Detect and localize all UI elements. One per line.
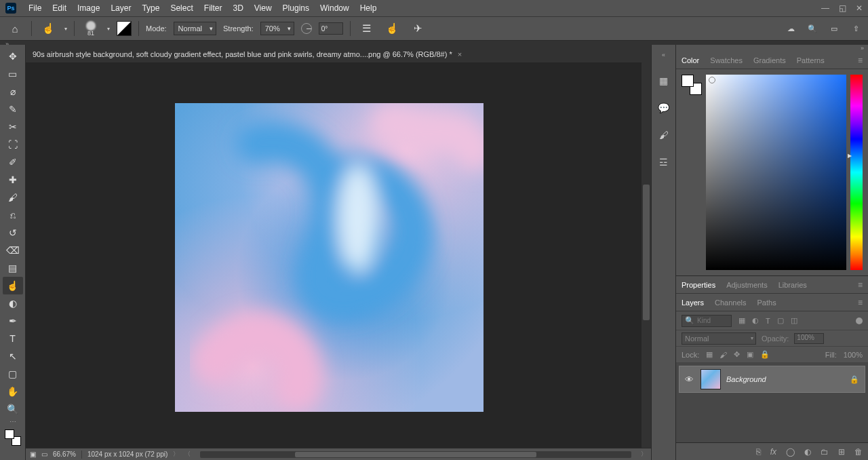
angle-input[interactable] — [319, 22, 343, 35]
pen-tool[interactable]: ✒ — [3, 312, 23, 330]
edit-toolbar-icon[interactable]: ⋯ — [9, 418, 16, 425]
menu-select[interactable]: Select — [165, 1, 198, 16]
angle-dial-icon[interactable] — [301, 23, 312, 34]
hue-slider[interactable]: ▶ — [850, 75, 863, 270]
tab-paths[interactable]: Paths — [757, 299, 776, 307]
tab-swatches[interactable]: Swatches — [710, 56, 743, 64]
eyedropper-tool[interactable]: ✐ — [3, 153, 23, 171]
link-layers-icon[interactable]: ⎘ — [756, 447, 761, 457]
layer-row[interactable]: 👁 Background 🔒 — [679, 366, 865, 393]
brush-settings-button[interactable] — [117, 21, 132, 36]
hscroll-right-icon[interactable]: 〉 — [641, 450, 647, 459]
stamp-tool[interactable]: ⎌ — [3, 206, 23, 224]
strength-select[interactable]: 70% — [260, 22, 294, 35]
filter-pixel-icon[interactable]: ▦ — [738, 316, 745, 325]
finger-painting-button[interactable]: ☝ — [383, 19, 402, 38]
airbrush-button[interactable]: ✈ — [409, 19, 428, 38]
menu-type[interactable]: Type — [136, 1, 165, 16]
filter-type-icon[interactable]: T — [766, 317, 770, 325]
adjustment-layer-icon[interactable]: ◐ — [804, 447, 811, 457]
canvas-area[interactable] — [26, 62, 651, 448]
status-chevron-icon[interactable]: 〉 — [173, 450, 179, 459]
brush-tool[interactable]: 🖌 — [3, 189, 23, 206]
menu-3d[interactable]: 3D — [227, 1, 248, 16]
lock-transparency-icon[interactable]: ▦ — [706, 350, 713, 359]
tool-preset-picker[interactable]: ☝ — [39, 19, 58, 38]
history-brush-tool[interactable]: ↺ — [3, 224, 23, 242]
brushes-panel-icon[interactable]: 🖌 — [656, 128, 671, 142]
tab-libraries[interactable]: Libraries — [778, 281, 807, 289]
horizontal-scrollbar[interactable] — [200, 451, 631, 458]
filter-smart-icon[interactable]: ◫ — [791, 316, 797, 325]
layer-style-icon[interactable]: fx — [770, 447, 776, 457]
properties-panel-menu-icon[interactable]: ≡ — [858, 280, 863, 290]
vertical-scrollbar[interactable] — [642, 62, 651, 448]
adjustments-panel-icon[interactable]: ☲ — [656, 155, 671, 170]
rectangle-tool[interactable]: ▢ — [3, 365, 23, 383]
hscroll-left-icon[interactable]: 〈 — [184, 450, 191, 459]
menu-edit[interactable]: Edit — [47, 1, 72, 16]
close-tab-icon[interactable]: × — [458, 50, 462, 58]
mode-select[interactable]: Normal — [174, 22, 216, 35]
layer-filter-input[interactable] — [697, 317, 727, 324]
menu-plugins[interactable]: Plugins — [277, 1, 315, 16]
tab-color[interactable]: Color — [682, 56, 699, 64]
layer-name[interactable]: Background — [726, 375, 766, 383]
menu-window[interactable]: Window — [315, 1, 355, 16]
eraser-tool[interactable]: ⌫ — [3, 242, 23, 259]
dodge-tool[interactable]: ◐ — [3, 294, 23, 312]
foreground-background-swatch[interactable] — [5, 429, 21, 446]
menu-layer[interactable]: Layer — [105, 1, 136, 16]
dock-collapse-icon[interactable]: « — [662, 52, 665, 58]
menu-file[interactable]: File — [23, 1, 47, 16]
smudge-tool[interactable]: ☝ — [3, 277, 23, 294]
workspace-switcher[interactable]: ▭ — [827, 22, 841, 35]
menu-help[interactable]: Help — [355, 1, 382, 16]
color-fgbg-swatch[interactable] — [682, 75, 702, 95]
brush-picker-chevron-icon[interactable]: ▾ — [107, 26, 110, 32]
window-minimize-button[interactable]: — — [821, 3, 829, 13]
opacity-value[interactable]: 100% — [794, 333, 824, 344]
path-select-tool[interactable]: ↖ — [3, 347, 23, 365]
filter-shape-icon[interactable]: ▢ — [777, 316, 784, 325]
fill-value[interactable]: 100% — [844, 351, 863, 359]
menu-filter[interactable]: Filter — [199, 1, 228, 16]
tab-patterns[interactable]: Patterns — [797, 56, 825, 64]
zoom-level[interactable]: 66.67% — [53, 451, 76, 458]
blend-mode-select[interactable]: Normal — [682, 332, 756, 345]
tab-properties[interactable]: Properties — [682, 281, 715, 289]
search-button[interactable]: 🔍 — [806, 22, 819, 35]
gradient-tool[interactable]: ▤ — [3, 259, 23, 277]
lasso-tool[interactable]: ⌀ — [3, 83, 23, 100]
menu-view[interactable]: View — [249, 1, 277, 16]
healing-tool[interactable]: ✚ — [3, 171, 23, 189]
layers-panel-menu-icon[interactable]: ≡ — [858, 298, 863, 307]
new-layer-icon[interactable]: ⊞ — [838, 447, 845, 457]
crop-tool[interactable]: ✂ — [3, 118, 23, 136]
window-close-button[interactable]: ✕ — [856, 3, 863, 13]
mask-mode-icon[interactable]: ▣ — [30, 451, 36, 458]
delete-layer-icon[interactable]: 🗑 — [854, 447, 863, 457]
brush-preview[interactable]: 81 — [81, 21, 100, 37]
menu-image[interactable]: Image — [72, 1, 105, 16]
layer-visibility-icon[interactable]: 👁 — [685, 375, 694, 385]
lock-artboard-icon[interactable]: ▣ — [747, 350, 753, 359]
hand-tool[interactable]: ✋ — [3, 383, 23, 400]
group-layers-icon[interactable]: 🗀 — [821, 447, 829, 457]
layer-filter-kind[interactable]: 🔍 — [682, 315, 732, 327]
home-button[interactable]: ⌂ — [5, 19, 24, 38]
cloud-docs-button[interactable]: ☁ — [784, 22, 797, 35]
lock-all-icon[interactable]: 🔒 — [760, 350, 770, 359]
tab-adjustments[interactable]: Adjustments — [726, 281, 768, 289]
tab-gradients[interactable]: Gradients — [753, 56, 786, 64]
color-panel-menu-icon[interactable]: ≡ — [858, 56, 863, 65]
filter-toggle-switch[interactable] — [856, 318, 863, 324]
color-field[interactable] — [706, 75, 846, 270]
quick-select-tool[interactable]: ✎ — [3, 100, 23, 118]
panels-collapse-icon[interactable]: » — [861, 45, 864, 52]
history-panel-icon[interactable]: ▦ — [656, 73, 671, 88]
type-tool[interactable]: T — [3, 330, 23, 347]
lock-pixels-icon[interactable]: 🖌 — [719, 351, 727, 359]
zoom-tool[interactable]: 🔍 — [3, 400, 23, 418]
layer-lock-icon[interactable]: 🔒 — [850, 375, 859, 384]
